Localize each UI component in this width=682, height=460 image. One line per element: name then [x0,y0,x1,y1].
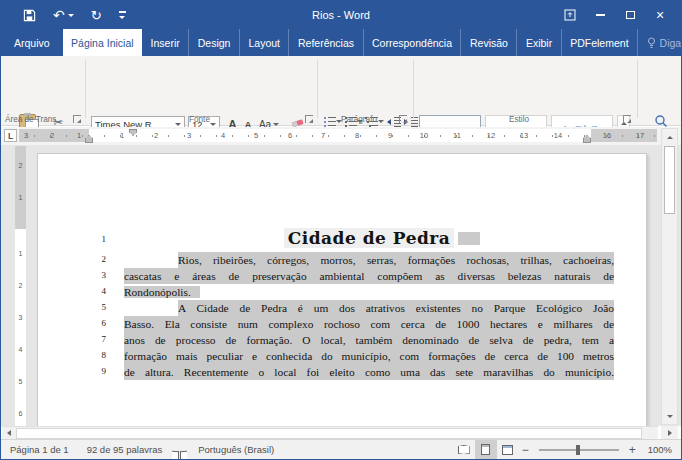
web-layout-icon [502,445,513,455]
line-number: 2 [94,252,106,264]
ruler-number: 1 [15,194,26,201]
minimize-button[interactable] [585,1,615,29]
read-mode-button[interactable] [453,440,475,459]
selected-text: A Cidade de Pedra é um dos atrativos exi… [178,300,614,316]
tab-inserir[interactable]: Inserir [142,29,188,56]
line-number: 3 [94,268,106,280]
tab-pagina-inicial[interactable]: Página Inicial [63,29,142,56]
ruler-row: L 3 2 1 1 2 3 4 5 6 7 8 9 10 11 12 13 [1,127,681,145]
tab-pdfelement[interactable]: PDFelement [561,29,637,56]
title-text: Cidade de Pedra [284,228,455,248]
ribbon-display-options-button[interactable] [555,1,585,29]
ruler-number: 14 [552,131,564,140]
font-dialog-launcher[interactable] [305,115,313,123]
search-icon [654,114,668,128]
font-family-caret[interactable] [175,123,181,126]
word-window: ↶ ↻ Rios - Word × Arquivo Página Inicial… [0,0,682,460]
word-count[interactable]: 92 de 95 palavras [78,444,172,455]
text-line[interactable]: Basso. Ela consiste num complexo rochoso… [124,316,614,332]
horizontal-scrollbar[interactable] [2,426,658,439]
change-case-caret[interactable] [273,123,279,126]
ruler-number: 11 [451,131,463,140]
text-line[interactable]: de altura. Recentemente o local foi elei… [124,364,614,380]
text-line[interactable]: Rondonópolis. [124,284,614,300]
zoom-out-button[interactable]: − [519,444,532,456]
ruler-number: 5 [250,131,262,140]
text-line[interactable]: formação mais peculiar e conhecida do mu… [124,348,614,364]
document-line: 4 Rondonópolis. [94,284,614,300]
bullets-icon [323,116,334,128]
vertical-ruler[interactable]: 2 1 1 2 3 4 5 6 [15,146,26,426]
close-button[interactable]: × [645,1,675,29]
ruler-number: 3 [183,131,195,140]
document-line: 7 anos de processo de formação. O local,… [94,332,614,348]
maximize-button[interactable] [615,1,645,29]
scroll-right-button[interactable] [661,426,678,439]
first-line-indent-marker[interactable] [129,129,137,136]
document-line: 1 Cidade de Pedra [94,224,614,252]
text-line[interactable]: A Cidade de Pedra é um dos atrativos exi… [124,300,614,316]
right-indent-marker[interactable] [583,135,591,143]
paragraph-dialog-launcher[interactable] [399,115,407,123]
document-line: 9 de altura. Recentemente o local foi el… [94,364,614,380]
font-size-caret[interactable] [210,123,216,126]
document-title-line[interactable]: Cidade de Pedra [124,227,614,249]
tab-arquivo[interactable]: Arquivo [1,29,63,56]
ruler-number: 12 [485,131,497,140]
selected-text: Rondonópolis. [124,286,200,298]
line-number: 4 [94,284,106,296]
ruler-number: 2 [15,162,26,169]
document-line: 3 cascatas e áreas de preservação ambien… [94,268,614,284]
ruler-number: 6 [284,131,296,140]
tab-design[interactable]: Design [188,29,239,56]
zoom-level[interactable]: 100% [639,444,681,455]
vertical-scrollbar[interactable] [661,128,678,425]
language-indicator[interactable]: Português (Brasil) [189,444,283,455]
text-line[interactable]: anos de processo de formação. O local, t… [124,332,614,348]
text-line[interactable]: cascatas e áreas de preservação ambienta… [124,268,614,284]
vruler-text-area: 1 2 3 4 5 6 [15,229,26,426]
ruler-number: 16 [601,131,613,140]
tab-referencias[interactable]: Referências [288,29,362,56]
zoom-slider-thumb[interactable] [576,445,580,455]
tab-exibir[interactable]: Exibir [516,29,560,56]
document-text[interactable]: 1 Cidade de Pedra 2 Rios, ribeirões, cór… [94,224,614,380]
document-line: 5 A Cidade de Pedra é um dos atrativos e… [94,300,614,316]
window-controls: × [555,1,675,29]
ruler-number: 7 [317,131,329,140]
tab-revisao[interactable]: Revisão [460,29,516,56]
multilevel-caret[interactable] [378,120,384,123]
web-layout-button[interactable] [497,440,519,459]
document-line: 8 formação mais peculiar e conhecida do … [94,348,614,364]
scroll-up-button[interactable] [662,130,677,144]
zoom-in-button[interactable]: + [626,444,639,456]
horizontal-ruler[interactable]: 3 2 1 1 2 3 4 5 6 7 8 9 10 11 12 13 14 [19,129,657,142]
ruler-number: 2 [15,282,26,289]
ruler-number: 2 [150,131,162,140]
document-line: 6 Basso. Ela consiste num complexo rocho… [94,316,614,332]
page-indicator[interactable]: Página 1 de 1 [1,444,78,455]
ruler-left-margin: 3 2 1 [19,129,89,142]
tab-selector[interactable]: L [4,129,17,142]
group-separator [85,60,86,118]
styles-group-label: Estilo [509,115,529,124]
clipboard-dialog-launcher[interactable] [73,115,81,123]
scroll-down-button[interactable] [662,409,677,423]
zoom-slider[interactable] [539,449,619,451]
lightbulb-icon [647,37,656,49]
clipboard-group-label: Área de Trans... [5,115,63,124]
text-line[interactable]: Rios, ribeirões, córregos, morros, serra… [124,252,614,268]
scroll-left-button[interactable] [2,427,16,439]
maximize-icon [626,11,635,19]
tab-layout[interactable]: Layout [239,29,289,56]
horizontal-scroll-track[interactable] [16,428,642,439]
ruler-text-area: 1 2 3 4 5 6 7 8 9 10 11 12 13 14 [89,129,591,142]
tell-me-box[interactable]: Diga-me [638,29,682,56]
group-separator [413,60,414,118]
tab-correspondencia[interactable]: Correspondência [363,29,461,56]
selected-text: de altura. Recentemente o local foi elei… [124,364,614,380]
document-page[interactable]: 1 Cidade de Pedra 2 Rios, ribeirões, cór… [37,153,647,426]
styles-dialog-launcher[interactable] [623,115,631,123]
vertical-scroll-thumb[interactable] [664,146,675,214]
print-layout-button[interactable] [475,440,497,459]
